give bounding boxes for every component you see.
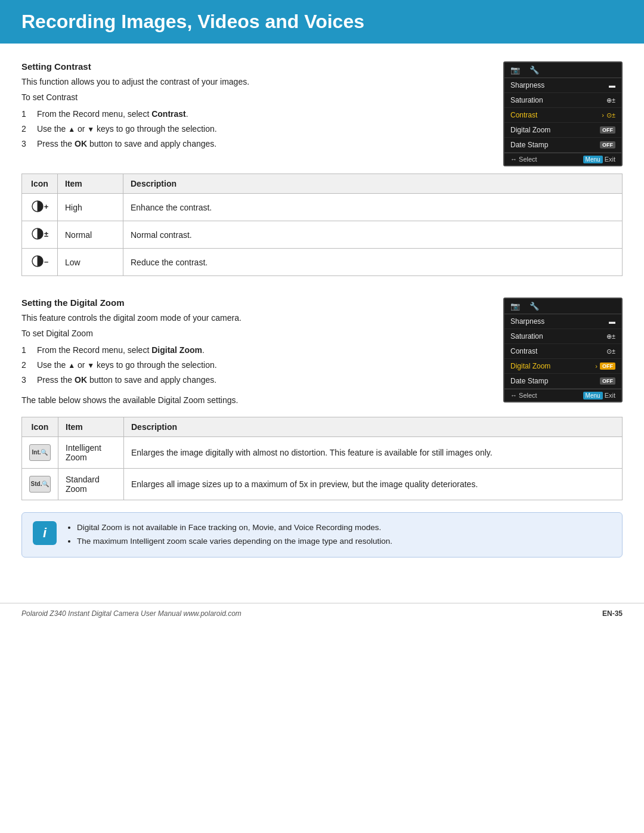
digital-zoom-table: Icon Item Description Int.🔍 Intelligent … xyxy=(21,417,623,500)
dz-row-intelligent: Int.🔍 Intelligent Zoom Enlarges the imag… xyxy=(22,436,623,468)
dz-menu-saturation: Saturation ⊕± xyxy=(504,329,621,344)
contrast-body2: To set Contrast xyxy=(21,91,489,104)
footer-menu-exit-2: Menu Exit xyxy=(583,392,615,399)
contrast-item-low: Low xyxy=(58,249,123,276)
contrast-icon-low: – xyxy=(22,249,58,276)
dz-step-3-text: Press the OK button to save and apply ch… xyxy=(37,373,216,388)
page-header: Recording Images, Videos and Voices xyxy=(0,0,644,44)
dz-step-1: 1 From the Record menu, select Digital Z… xyxy=(21,343,489,358)
arrow-up-2: ▲ xyxy=(68,361,75,370)
menu-saturation-1: Saturation ⊕± xyxy=(504,93,621,108)
dz-th-icon: Icon xyxy=(22,417,58,436)
digital-zoom-text: Setting the Digital Zoom This feature co… xyxy=(21,298,489,410)
camera-icon-1: 📷 xyxy=(510,66,520,75)
arrow-up-1: ▲ xyxy=(68,125,75,134)
dz-step-num-3: 3 xyxy=(21,373,32,388)
arrow-down-2: ▼ xyxy=(87,361,94,370)
step-num-3: 3 xyxy=(21,137,32,151)
footer-menu-exit-1: Menu Exit xyxy=(583,156,615,163)
high-contrast-svg xyxy=(31,200,44,213)
contrast-item-high: High xyxy=(58,194,123,221)
contrast-row-high: + High Enhance the contrast. xyxy=(22,194,623,221)
dz-item-standard: Standard Zoom xyxy=(58,468,124,500)
contrast-row-low: – Low Reduce the contrast. xyxy=(22,249,623,276)
off-badge-2: OFF xyxy=(600,141,615,148)
off-badge-yellow-1: OFF xyxy=(600,363,615,370)
menu-label-1: Menu xyxy=(583,156,603,163)
dz-step-2-text: Use the ▲ or ▼ keys to go through the se… xyxy=(37,358,217,373)
footer-page-number: EN-35 xyxy=(602,609,623,618)
dz-menu-sharpness: Sharpness ▬ xyxy=(504,314,621,329)
off-badge-1: OFF xyxy=(600,126,615,134)
dz-icon-intelligent: Int.🔍 xyxy=(22,436,58,468)
contrast-row: Setting Contrast This function allows yo… xyxy=(21,61,623,166)
step-num-2: 2 xyxy=(21,122,32,137)
dz-row-standard: Std.🔍 Standard Zoom Enlarges all image s… xyxy=(22,468,623,500)
contrast-menu-footer: ↔ Select Menu Exit xyxy=(504,153,621,165)
dz-table-header-row: Icon Item Description xyxy=(22,417,623,436)
page-footer: Polaroid Z340 Instant Digital Camera Use… xyxy=(0,603,644,624)
standard-zoom-icon-box: Std.🔍 xyxy=(29,476,51,493)
info-box: i Digital Zoom is not available in Face … xyxy=(21,512,623,558)
digital-zoom-body1: This feature controls the digital zoom m… xyxy=(21,311,489,324)
contrast-body1: This function allows you to adjust the c… xyxy=(21,75,489,88)
dz-desc-intelligent: Enlarges the image digitally with almost… xyxy=(124,436,623,468)
contrast-icon-normal: ± xyxy=(22,221,58,249)
info-bullet-2: The maximum Intelligent zoom scale varie… xyxy=(77,535,392,549)
digital-zoom-camera-menu: 📷 🔧 Sharpness ▬ Saturation ⊕± Contrast ⊙… xyxy=(503,298,623,402)
menu-contrast-1: Contrast › ⊙± xyxy=(504,108,621,123)
contrast-desc-low: Reduce the contrast. xyxy=(123,249,623,276)
intelligent-zoom-icon-box: Int.🔍 xyxy=(29,444,51,461)
contrast-row-normal: ± Normal Normal contrast. xyxy=(22,221,623,249)
section-digital-zoom: Setting the Digital Zoom This feature co… xyxy=(21,298,623,558)
digital-zoom-extra: The table below shows the available Digi… xyxy=(21,394,489,407)
contrast-table-header-row: Icon Item Description xyxy=(22,174,623,194)
contrast-th-icon: Icon xyxy=(22,174,58,194)
step-3-text: Press the OK button to save and apply ch… xyxy=(37,137,216,151)
digital-zoom-steps: 1 From the Record menu, select Digital Z… xyxy=(21,343,489,388)
arrow-down-1: ▼ xyxy=(87,125,94,134)
contrast-table: Icon Item Description + xyxy=(21,174,623,276)
contrast-step-2: 2 Use the ▲ or ▼ keys to go through the … xyxy=(21,122,489,137)
digital-zoom-row: Setting the Digital Zoom This feature co… xyxy=(21,298,623,410)
dz-step-1-bold: Digital Zoom xyxy=(151,345,202,355)
contrast-icon-high: + xyxy=(22,194,58,221)
contrast-desc-normal: Normal contrast. xyxy=(123,221,623,249)
dz-step-3-bold: OK xyxy=(75,375,87,385)
camera-icon-2: 📷 xyxy=(510,302,520,311)
menu-sharpness-1: Sharpness ▬ xyxy=(504,78,621,93)
normal-contrast-svg xyxy=(31,227,44,240)
dz-icon-standard: Std.🔍 xyxy=(22,468,58,500)
wrench-icon-1: 🔧 xyxy=(530,66,539,75)
info-bullet-1: Digital Zoom is not available in Face tr… xyxy=(77,521,392,535)
menu-date-stamp-1: Date Stamp OFF xyxy=(504,138,621,153)
dz-step-2: 2 Use the ▲ or ▼ keys to go through the … xyxy=(21,358,489,373)
dz-step-num-2: 2 xyxy=(21,358,32,373)
contrast-th-item: Item xyxy=(58,174,123,194)
dz-menu-header: 📷 🔧 xyxy=(504,299,621,314)
contrast-step-3: 3 Press the OK button to save and apply … xyxy=(21,137,489,151)
info-icon: i xyxy=(33,521,57,545)
off-badge-3: OFF xyxy=(600,377,615,385)
page-title: Recording Images, Videos and Voices xyxy=(21,11,623,33)
dz-item-intelligent: Intelligent Zoom xyxy=(58,436,124,468)
step-num-1: 1 xyxy=(21,107,32,122)
digital-zoom-body2: To set Digital Zoom xyxy=(21,327,489,340)
contrast-step-1: 1 From the Record menu, select Contrast. xyxy=(21,107,489,122)
step-1-text: From the Record menu, select Contrast. xyxy=(37,107,188,122)
contrast-menu-header: 📷 🔧 xyxy=(504,63,621,78)
dz-th-item: Item xyxy=(58,417,124,436)
digital-zoom-title: Setting the Digital Zoom xyxy=(21,298,489,308)
dz-step-3: 3 Press the OK button to save and apply … xyxy=(21,373,489,388)
dz-step-num-1: 1 xyxy=(21,343,32,358)
contrast-text: Setting Contrast This function allows yo… xyxy=(21,61,489,151)
footer-left-text: Polaroid Z340 Instant Digital Camera Use… xyxy=(21,609,242,618)
contrast-th-desc: Description xyxy=(123,174,623,194)
contrast-title: Setting Contrast xyxy=(21,61,489,72)
dz-menu-footer: ↔ Select Menu Exit xyxy=(504,389,621,401)
dz-menu-contrast: Contrast ⊙± xyxy=(504,344,621,359)
dz-desc-standard: Enlarges all image sizes up to a maximum… xyxy=(124,468,623,500)
step-2-text: Use the ▲ or ▼ keys to go through the se… xyxy=(37,122,217,137)
contrast-steps: 1 From the Record menu, select Contrast.… xyxy=(21,107,489,152)
section-contrast: Setting Contrast This function allows yo… xyxy=(21,61,623,276)
